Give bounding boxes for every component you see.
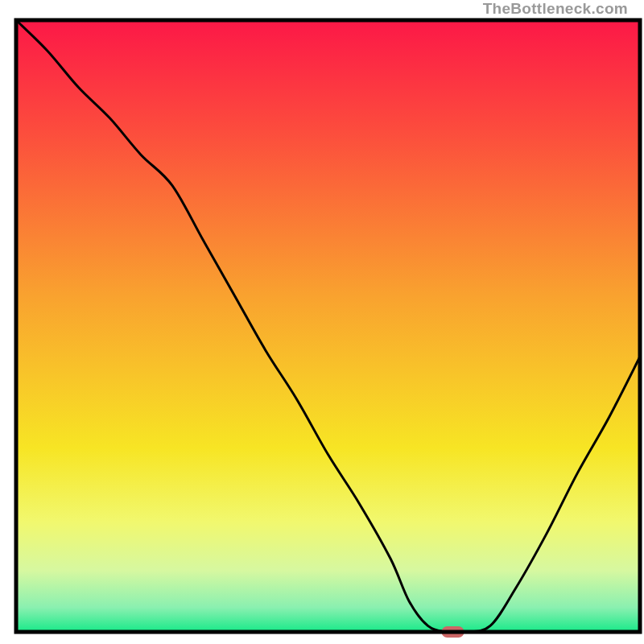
watermark-text: TheBottleneck.com bbox=[483, 0, 628, 18]
plot-background bbox=[16, 20, 640, 632]
bottleneck-chart bbox=[0, 0, 644, 644]
chart-container: TheBottleneck.com bbox=[0, 0, 644, 644]
